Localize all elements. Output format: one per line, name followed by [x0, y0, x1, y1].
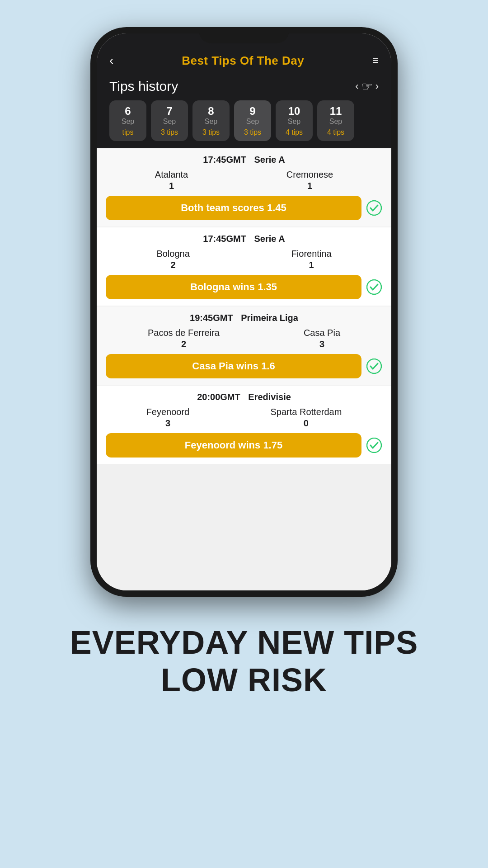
date-card-6[interactable]: 6 Sep tips	[109, 100, 146, 141]
match-header-3: 20:00GMT Eredivisie	[97, 386, 391, 405]
home-team-name-2: Pacos de Ferreira	[148, 328, 220, 338]
svg-point-2	[367, 359, 381, 373]
home-team-block-3: Feyenoord 3	[146, 407, 190, 429]
match-teams-2: Pacos de Ferreira 2 Casa Pia 3	[97, 326, 391, 351]
home-team-score-2: 2	[181, 339, 186, 349]
date-card-10[interactable]: 10 Sep 4 tips	[276, 100, 313, 141]
match-time-3: 20:00GMT	[197, 392, 240, 402]
date-month: Sep	[246, 118, 259, 126]
tagline-line1: EVERYDAY NEW TIPS	[70, 624, 418, 661]
match-header-0: 17:45GMT Serie A	[97, 148, 391, 168]
tip-button-2[interactable]: Casa Pia wins 1.6	[106, 354, 361, 378]
home-team-name-3: Feyenoord	[146, 407, 190, 417]
date-month: Sep	[329, 118, 342, 126]
away-team-block-3: Sparta Rotterdam 0	[271, 407, 342, 429]
away-team-name-0: Cremonese	[286, 170, 333, 180]
date-card-9[interactable]: 9 Sep 3 tips	[234, 100, 271, 141]
match-teams-3: Feyenoord 3 Sparta Rotterdam 0	[97, 405, 391, 430]
match-league-3: Eredivisie	[248, 392, 291, 402]
date-day: 8	[208, 105, 214, 118]
match-row-2: Casa Pia wins 1.6	[97, 351, 391, 385]
phone-shell: ‹ Best Tips Of The Day ≡ Tips history ‹ …	[90, 27, 398, 597]
match-time-1: 17:45GMT	[203, 234, 246, 244]
match-league-2: Primeira Liga	[241, 313, 298, 323]
tips-history-section: Tips history ‹ ☞ › 6 Sep tips 7 Sep 3 ti…	[97, 74, 391, 148]
away-team-block-2: Casa Pia 3	[304, 328, 340, 349]
match-card-3: 20:00GMT Eredivisie Feyenoord 3 Sparta R…	[97, 386, 391, 464]
date-tips-count: 3 tips	[161, 128, 178, 137]
check-icon-0	[366, 200, 382, 216]
check-icon-2	[366, 358, 382, 374]
nav-next-arrow[interactable]: ›	[375, 80, 379, 92]
tips-history-header: Tips history ‹ ☞ ›	[109, 79, 379, 94]
date-card-7[interactable]: 7 Sep 3 tips	[151, 100, 188, 141]
date-day: 9	[249, 105, 255, 118]
check-icon-1	[366, 279, 382, 295]
tip-button-3[interactable]: Feyenoord wins 1.75	[106, 433, 361, 458]
match-row-0: Both team scores 1.45	[97, 193, 391, 226]
svg-point-1	[367, 280, 381, 294]
home-team-block-2: Pacos de Ferreira 2	[148, 328, 220, 349]
tagline-line2: LOW RISK	[70, 661, 418, 699]
away-team-block-0: Cremonese 1	[286, 170, 333, 191]
home-team-block-0: Atalanta 1	[155, 170, 188, 191]
home-team-name-1: Bologna	[156, 249, 189, 259]
match-teams-1: Bologna 2 Fiorentina 1	[97, 247, 391, 272]
match-card-0: 17:45GMT Serie A Atalanta 1 Cremonese 1 …	[97, 148, 391, 226]
home-team-block-1: Bologna 2	[156, 249, 189, 270]
match-row-1: Bologna wins 1.35	[97, 272, 391, 306]
date-card-11[interactable]: 11 Sep 4 tips	[317, 100, 354, 141]
match-header-2: 19:45GMT Primeira Liga	[97, 307, 391, 326]
away-team-name-3: Sparta Rotterdam	[271, 407, 342, 417]
away-team-score-0: 1	[307, 181, 312, 191]
match-time-2: 19:45GMT	[190, 313, 233, 323]
phone-screen: ‹ Best Tips Of The Day ≡ Tips history ‹ …	[97, 33, 391, 590]
menu-button[interactable]: ≡	[372, 54, 379, 67]
date-month: Sep	[205, 118, 217, 126]
match-card-2: 19:45GMT Primeira Liga Pacos de Ferreira…	[97, 307, 391, 385]
away-team-name-2: Casa Pia	[304, 328, 340, 338]
tip-button-1[interactable]: Bologna wins 1.35	[106, 275, 361, 299]
match-league-1: Serie A	[254, 234, 285, 244]
match-time-0: 17:45GMT	[203, 155, 246, 165]
date-tips-count: 3 tips	[244, 128, 261, 137]
match-league-0: Serie A	[254, 155, 285, 165]
tip-button-0[interactable]: Both team scores 1.45	[106, 196, 361, 220]
home-team-name-0: Atalanta	[155, 170, 188, 180]
home-team-score-3: 3	[165, 418, 170, 429]
date-tips-count: 4 tips	[327, 128, 344, 137]
date-day: 11	[330, 105, 342, 118]
svg-point-0	[367, 201, 381, 215]
date-cards-container: 6 Sep tips 7 Sep 3 tips 8 Sep 3 tips 9 S…	[109, 100, 379, 141]
phone-notch	[199, 27, 289, 43]
away-team-score-3: 0	[304, 418, 309, 429]
date-month: Sep	[163, 118, 176, 126]
app-title: Best Tips Of The Day	[182, 54, 304, 68]
cursor-icon: ☞	[361, 79, 373, 94]
date-day: 6	[125, 105, 131, 118]
home-team-score-0: 1	[169, 181, 174, 191]
away-team-score-2: 3	[319, 339, 324, 349]
match-card-1: 17:45GMT Serie A Bologna 2 Fiorentina 1 …	[97, 227, 391, 306]
tips-history-title: Tips history	[109, 79, 178, 94]
date-day: 7	[166, 105, 172, 118]
match-row-3: Feyenoord wins 1.75	[97, 430, 391, 464]
away-team-name-1: Fiorentina	[291, 249, 332, 259]
away-team-score-1: 1	[309, 260, 314, 270]
back-button[interactable]: ‹	[109, 53, 113, 68]
date-card-8[interactable]: 8 Sep 3 tips	[192, 100, 230, 141]
date-day: 10	[288, 105, 300, 118]
date-tips-count: 4 tips	[286, 128, 303, 137]
nav-prev-arrow[interactable]: ‹	[355, 80, 358, 92]
bottom-tagline: EVERYDAY NEW TIPS LOW RISK	[34, 624, 455, 699]
date-month: Sep	[288, 118, 300, 126]
nav-arrows: ‹ ☞ ›	[355, 79, 379, 94]
check-icon-3	[366, 437, 382, 453]
date-tips-count: 3 tips	[202, 128, 220, 137]
date-month: Sep	[122, 118, 134, 126]
svg-point-3	[367, 438, 381, 453]
match-teams-0: Atalanta 1 Cremonese 1	[97, 168, 391, 193]
matches-list: 17:45GMT Serie A Atalanta 1 Cremonese 1 …	[97, 148, 391, 590]
match-header-1: 17:45GMT Serie A	[97, 227, 391, 247]
home-team-score-1: 2	[171, 260, 176, 270]
